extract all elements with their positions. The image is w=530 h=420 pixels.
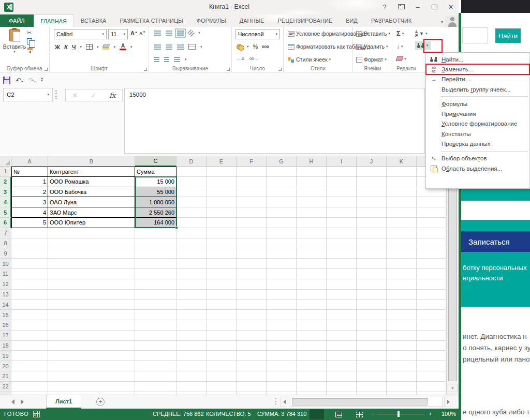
- grid-cell-F5[interactable]: [237, 207, 267, 218]
- menu-item-примечания[interactable]: Примечания: [426, 109, 529, 118]
- grid-cell-I9[interactable]: [327, 248, 357, 259]
- grid-cell-H5[interactable]: [297, 207, 327, 218]
- grid-cell-L6[interactable]: [417, 218, 446, 228]
- grid-cell-D7[interactable]: [176, 228, 207, 238]
- grid-cell-B4[interactable]: ОАО Луна: [48, 197, 135, 207]
- grid-cell-J7[interactable]: [357, 228, 387, 238]
- grid-cell-K6[interactable]: [387, 218, 417, 228]
- grid-cell-B14[interactable]: [48, 299, 135, 310]
- grid-cell-A13[interactable]: [11, 290, 48, 300]
- grid-cell-B1[interactable]: Контрагент: [48, 167, 135, 177]
- decrease-indent-icon[interactable]: [154, 57, 159, 62]
- currency-caret-icon[interactable]: ▾: [247, 44, 249, 49]
- grid-cell-E2[interactable]: [207, 177, 237, 187]
- grid-cell-B22[interactable]: [48, 382, 135, 392]
- grid-cell-G16[interactable]: [267, 320, 297, 331]
- grid-cell-I21[interactable]: [327, 371, 357, 382]
- grid-cell-C10[interactable]: [135, 259, 176, 269]
- scroll-down-icon[interactable]: ▼: [448, 384, 458, 392]
- grow-font-button[interactable]: А▲: [130, 30, 138, 36]
- decrease-decimal-icon[interactable]: .00→: [248, 56, 258, 61]
- wrap-caret-icon[interactable]: ▾: [185, 57, 187, 62]
- row-header-1[interactable]: 1: [0, 167, 11, 177]
- grid-cell-C11[interactable]: [135, 269, 176, 279]
- cut-icon[interactable]: ✂: [27, 30, 33, 36]
- grid-cell-C2[interactable]: 15 000: [135, 177, 176, 187]
- grid-cell-H4[interactable]: [297, 197, 327, 207]
- grid-cell-D15[interactable]: [176, 310, 207, 320]
- grid-cell-K22[interactable]: [387, 382, 417, 392]
- grid-cell-J6[interactable]: [357, 218, 387, 228]
- close-button[interactable]: ✕: [445, 2, 457, 11]
- grid-cell-G8[interactable]: [267, 238, 297, 249]
- grid-cell-D5[interactable]: [176, 207, 207, 218]
- clipboard-dialog-launcher[interactable]: [45, 68, 48, 71]
- namebox-splitter[interactable]: [55, 91, 57, 99]
- grid-cell-D3[interactable]: [176, 187, 207, 198]
- grid-cell-I4[interactable]: [327, 197, 357, 207]
- row-header-14[interactable]: 14: [0, 299, 11, 310]
- grid-cell-G1[interactable]: [267, 167, 297, 177]
- row-header-3[interactable]: 3: [0, 187, 11, 198]
- column-header-A[interactable]: A: [11, 156, 48, 167]
- grid-cell-C4[interactable]: 1 000 050: [135, 197, 176, 207]
- grid-cell-D1[interactable]: [176, 167, 207, 177]
- grid-cell-I18[interactable]: [327, 341, 357, 351]
- grid-cell-E6[interactable]: [207, 218, 237, 228]
- menu-item-перейти[interactable]: →Перейти...: [426, 74, 529, 84]
- sheet-tab-active[interactable]: Лист1: [46, 395, 81, 409]
- ribbon-display-options-button[interactable]: [395, 2, 407, 11]
- grid-cell-H7[interactable]: [297, 228, 327, 238]
- grid-cell-C14[interactable]: [135, 299, 176, 310]
- column-header-D[interactable]: D: [176, 156, 207, 167]
- italic-button[interactable]: К: [64, 44, 68, 50]
- percent-button[interactable]: %: [253, 43, 258, 50]
- grid-cell-F8[interactable]: [237, 238, 267, 249]
- grid-cell-H21[interactable]: [297, 371, 327, 382]
- grid-cell-H20[interactable]: [297, 361, 327, 371]
- ribbon-tabs-overflow-caret[interactable]: ▾: [441, 20, 443, 24]
- row-header-9[interactable]: 9: [0, 248, 11, 259]
- grid-cell-D2[interactable]: [176, 177, 207, 187]
- grid-cell-K15[interactable]: [387, 310, 417, 320]
- grid-cell-G21[interactable]: [267, 371, 297, 382]
- grid-cell-F20[interactable]: [237, 361, 267, 371]
- format-painter-icon[interactable]: [27, 47, 33, 53]
- grid-cell-L15[interactable]: [417, 310, 446, 320]
- grid-cell-D10[interactable]: [176, 259, 207, 269]
- grid-cell-L5[interactable]: [417, 207, 446, 218]
- grid-cell-A8[interactable]: [11, 238, 48, 249]
- grid-cell-K3[interactable]: [387, 187, 417, 198]
- grid-cell-A9[interactable]: [11, 248, 48, 259]
- font-size-select[interactable]: 11▾: [108, 29, 128, 39]
- font-dialog-launcher[interactable]: [144, 68, 147, 71]
- column-header-C[interactable]: C: [135, 156, 176, 167]
- grid-cell-K21[interactable]: [387, 371, 417, 382]
- format-cells-button[interactable]: Формат ▾: [356, 56, 387, 63]
- grid-cell-F3[interactable]: [237, 187, 267, 198]
- grid-cell-C16[interactable]: [135, 320, 176, 331]
- grid-cell-G11[interactable]: [267, 269, 297, 279]
- thousands-separator-button[interactable]: 000: [262, 44, 269, 49]
- save-button[interactable]: [3, 77, 10, 84]
- column-header-K[interactable]: K: [387, 156, 417, 167]
- grid-cell-E9[interactable]: [207, 248, 237, 259]
- increase-indent-icon[interactable]: [164, 57, 169, 62]
- grid-cell-D6[interactable]: [176, 218, 207, 228]
- webpage-find-button[interactable]: Найти: [495, 28, 521, 43]
- find-select-button[interactable]: ▾: [415, 41, 431, 50]
- number-format-select[interactable]: Числовой▾: [235, 29, 280, 39]
- webpage-form-field[interactable]: [461, 201, 530, 220]
- grid-cell-K1[interactable]: [387, 167, 417, 177]
- menu-item-формулы[interactable]: Формулы: [426, 99, 529, 109]
- row-header-13[interactable]: 13: [0, 290, 11, 300]
- grid-cell-A7[interactable]: [11, 228, 48, 238]
- grid-cell-F4[interactable]: [237, 197, 267, 207]
- grid-cell-C12[interactable]: [135, 279, 176, 290]
- grid-cell-B2[interactable]: ООО Ромашка: [48, 177, 135, 187]
- grid-cell-A12[interactable]: [11, 279, 48, 290]
- grid-cell-J18[interactable]: [357, 341, 387, 351]
- grid-cell-F10[interactable]: [237, 259, 267, 269]
- grid-cell-F21[interactable]: [237, 371, 267, 382]
- grid-cell-C15[interactable]: [135, 310, 176, 320]
